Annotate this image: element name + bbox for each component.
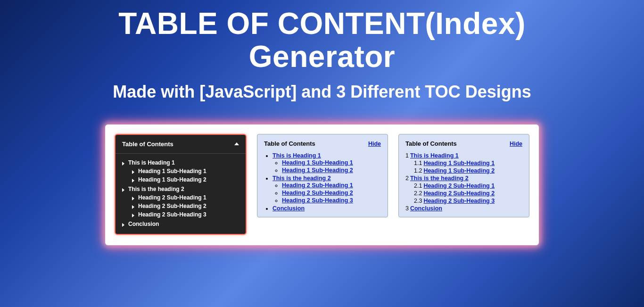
toc-list: 1This is Heading 11.1Heading 1 Sub-Headi… [399,152,529,212]
toc-link[interactable]: Heading 2 Sub-Heading 3 [282,197,353,204]
chevron-up-icon [234,142,239,145]
page-subtitle: Made with [JavaScript] and 3 Different T… [0,82,644,102]
toc-item: 1This is Heading 1 [405,152,522,159]
toc-link[interactable]: Heading 2 Sub-Heading 3 [138,211,206,218]
toc-subitem: 2.2Heading 2 Sub-Heading 2 [405,190,522,197]
toc-header: Table of Contents Hide [257,134,388,152]
toc-subitem: Heading 1 Sub-Heading 2 [131,175,240,184]
toc-number: 2.3 [414,198,422,204]
toc-subitem: Heading 2 Sub-Heading 3 [282,197,381,204]
page-title: TABLE OF CONTENT(Index) Generator [0,7,644,74]
toc-link[interactable]: Heading 1 Sub-Heading 1 [423,160,495,166]
toc-link[interactable]: Heading 2 Sub-Heading 2 [282,190,353,196]
toc-sublist: Heading 2 Sub-Heading 1Heading 2 Sub-Hea… [128,192,240,219]
toc-subitem: Heading 2 Sub-Heading 2 [282,189,381,197]
toc-link[interactable]: This is Heading 1 [272,152,321,159]
toc-subitem: Heading 1 Sub-Heading 1 [282,159,381,166]
toc-number: 1 [405,152,409,159]
toc-showcase: Table of Contents This is Heading 1Headi… [105,124,539,245]
toc-number: 2.2 [414,190,422,197]
toc-subitem: 1.1Heading 1 Sub-Heading 1 [405,159,522,167]
toc-item: This is Heading 1Heading 1 Sub-Heading 1… [272,152,381,174]
toc-number: 2 [405,175,409,182]
toc-item: 3Conclusion [405,205,522,212]
toc-subitem: Heading 2 Sub-Heading 2 [131,202,240,210]
toc-subitem: Heading 2 Sub-Heading 1 [131,193,240,202]
page-title-line1: TABLE OF CONTENT(Index) [118,7,526,41]
toc-subitem: Heading 2 Sub-Heading 3 [131,210,240,219]
toc-link[interactable]: Heading 1 Sub-Heading 2 [423,167,495,174]
toc-subitem: 2.3Heading 2 Sub-Heading 3 [405,197,522,205]
toc-sublist: Heading 1 Sub-Heading 1Heading 1 Sub-Hea… [128,166,240,184]
toc-link[interactable]: This is Heading 1 [410,152,459,159]
toc-link[interactable]: Heading 1 Sub-Heading 1 [138,168,206,174]
toc-number: 3 [405,205,409,212]
toc-link[interactable]: Heading 2 Sub-Heading 1 [282,182,353,189]
toc-item: This is the heading 2Heading 2 Sub-Headi… [121,185,240,220]
toc-link[interactable]: Heading 1 Sub-Heading 2 [138,176,206,183]
toc-item: This is the heading 2Heading 2 Sub-Headi… [272,174,381,205]
toc-subitem: Heading 1 Sub-Heading 2 [282,166,381,174]
toc-subitem: 1.2Heading 1 Sub-Heading 2 [405,167,522,174]
toc-number: 1.1 [414,160,422,166]
toc-design-dark: Table of Contents This is Heading 1Headi… [115,134,247,235]
page-title-line2: Generator [249,40,395,74]
toc-sublist: Heading 2 Sub-Heading 1Heading 2 Sub-Hea… [272,182,381,204]
hide-button[interactable]: Hide [510,141,522,147]
toc-link[interactable]: Heading 1 Sub-Heading 2 [282,167,353,174]
toc-link[interactable]: Heading 2 Sub-Heading 2 [138,203,206,209]
toc-link[interactable]: Conclusion [410,205,442,212]
toc-link[interactable]: Heading 2 Sub-Heading 1 [423,183,495,189]
toc-title: Table of Contents [122,141,173,148]
toc-header[interactable]: Table of Contents [116,135,246,154]
toc-subitem: Heading 2 Sub-Heading 1 [282,182,381,189]
toc-link[interactable]: This is the heading 2 [410,175,469,182]
toc-link[interactable]: This is the heading 2 [128,186,184,192]
toc-sublist: Heading 1 Sub-Heading 1Heading 1 Sub-Hea… [272,159,381,174]
toc-link[interactable]: Heading 2 Sub-Heading 1 [138,194,206,201]
toc-link[interactable]: Heading 2 Sub-Heading 2 [423,190,495,197]
toc-link[interactable]: This is Heading 1 [128,159,175,166]
toc-list: This is Heading 1Heading 1 Sub-Heading 1… [264,152,381,212]
toc-item: Conclusion [121,220,240,228]
toc-item: 2This is the heading 2 [405,174,522,182]
toc-subitem: Heading 1 Sub-Heading 1 [131,167,240,175]
toc-header: Table of Contents Hide [399,134,529,152]
toc-item: Conclusion [272,205,381,212]
toc-number: 2.1 [414,183,422,189]
hide-button[interactable]: Hide [368,141,381,147]
toc-link[interactable]: This is the heading 2 [272,175,331,182]
toc-item: This is Heading 1Heading 1 Sub-Heading 1… [121,158,240,185]
toc-design-light-bullets: Table of Contents Hide This is Heading 1… [257,134,388,217]
toc-number: 1.2 [414,167,422,174]
toc-design-light-numbered: Table of Contents Hide 1This is Heading … [398,134,529,217]
toc-link[interactable]: Heading 2 Sub-Heading 3 [423,198,495,204]
toc-list: This is Heading 1Heading 1 Sub-Heading 1… [116,154,246,234]
toc-link[interactable]: Conclusion [128,221,159,227]
toc-title: Table of Contents [405,140,457,147]
toc-link[interactable]: Conclusion [272,205,305,212]
toc-link[interactable]: Heading 1 Sub-Heading 1 [282,159,353,166]
toc-title: Table of Contents [264,140,315,147]
toc-subitem: 2.1Heading 2 Sub-Heading 1 [405,182,522,190]
